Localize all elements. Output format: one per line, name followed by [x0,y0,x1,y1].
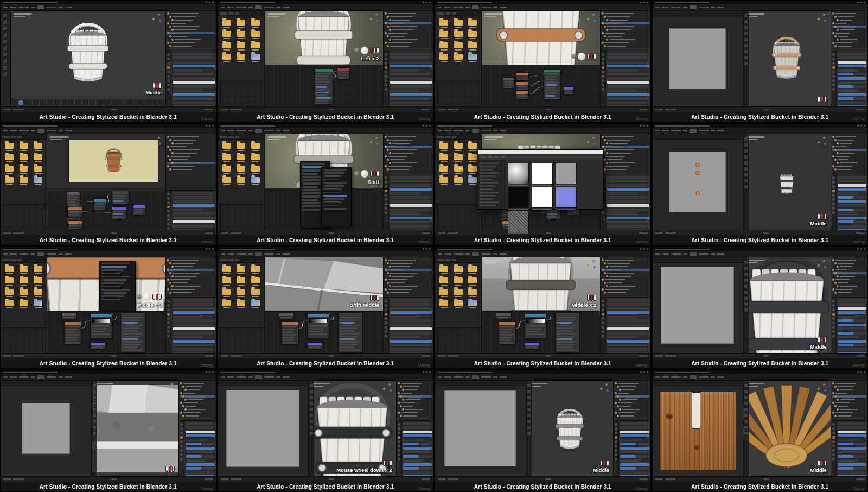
shader-node[interactable] [281,321,299,344]
outliner-panel[interactable] [831,257,867,298]
3d-viewport[interactable]: Middle [743,134,831,230]
outliner-panel[interactable] [601,257,650,298]
folder-icon[interactable] [438,31,450,39]
file-browser-panel[interactable] [1,257,47,353]
selected-uv-vertex[interactable] [695,171,700,175]
shader-node[interactable] [64,321,82,344]
folder-icon[interactable] [221,266,233,274]
properties-panel[interactable] [179,421,215,476]
folder-icon[interactable] [235,277,247,286]
folder-icon[interactable] [221,300,233,308]
folder-icon[interactable] [17,177,29,185]
shader-node[interactable] [496,312,511,320]
properties-panel[interactable] [831,421,867,476]
file-browser-panel[interactable] [435,134,482,230]
folder-icon[interactable] [235,31,247,39]
3d-viewport[interactable]: Middle [743,257,831,353]
folder-icon[interactable] [467,266,478,274]
folder-icon[interactable] [452,177,464,185]
folder-icon[interactable] [249,42,261,51]
outliner-panel[interactable] [601,11,650,51]
shader-node[interactable] [90,314,112,339]
rendered-viewport[interactable]: Shift Middle [265,257,383,311]
folder-icon[interactable] [17,154,29,162]
folder-icon[interactable] [221,177,233,185]
folder-icon[interactable] [235,300,247,308]
shader-node[interactable] [516,72,529,81]
texture-thumbnail[interactable] [508,163,529,184]
properties-panel[interactable] [166,298,215,353]
file-browser-panel[interactable] [218,134,265,230]
folder-icon[interactable] [467,289,478,297]
folder-icon[interactable] [235,166,247,174]
context-menu[interactable] [321,167,352,226]
rendered-viewport[interactable]: Middle x 3 [47,257,165,311]
shader-node[interactable] [61,312,76,320]
folder-icon[interactable] [32,277,44,286]
folder-icon[interactable] [32,143,44,151]
folder-icon[interactable] [3,277,15,286]
folder-icon[interactable] [235,289,247,297]
folder-icon[interactable] [438,300,450,308]
properties-panel[interactable] [601,174,650,230]
folder-icon[interactable] [3,177,15,185]
file-browser-panel[interactable] [435,11,482,106]
folder-icon[interactable] [32,266,44,274]
properties-panel[interactable] [614,421,650,476]
properties-panel[interactable] [384,298,433,353]
folder-icon[interactable] [17,277,29,286]
shader-node-editor[interactable] [482,311,600,353]
shader-node[interactable] [337,67,350,79]
outliner-panel[interactable] [831,11,867,51]
folder-icon[interactable] [452,143,464,151]
shader-node[interactable] [555,312,580,353]
outliner-panel[interactable] [397,381,433,421]
outliner-panel[interactable] [384,257,433,298]
outliner-panel[interactable] [831,134,867,174]
folder-icon[interactable] [32,166,44,174]
folder-icon[interactable] [235,266,247,274]
folder-icon[interactable] [438,289,450,297]
folder-icon[interactable] [17,300,29,308]
properties-panel[interactable] [166,51,215,106]
context-menu[interactable] [99,261,136,311]
selected-uv-vertex[interactable] [695,191,700,195]
selected-uv-vertex[interactable] [695,163,700,167]
shader-node[interactable] [525,314,547,339]
outliner-panel[interactable] [384,134,433,174]
image-thumbnail-icon[interactable] [249,54,261,62]
shader-node-editor[interactable] [47,188,165,230]
folder-icon[interactable] [17,289,29,297]
image-thumbnail-icon[interactable] [32,177,44,185]
shader-node[interactable] [499,321,516,344]
shader-node[interactable] [111,191,129,204]
image-editor[interactable] [653,381,744,476]
shader-node[interactable] [279,312,294,320]
3d-viewport[interactable]: Mouse wheel down x 2 [309,381,396,476]
shader-node[interactable] [307,342,322,350]
properties-panel[interactable] [384,174,433,230]
folder-icon[interactable] [249,266,261,274]
shader-node-editor[interactable] [482,65,600,106]
folder-icon[interactable] [452,154,464,162]
folder-icon[interactable] [221,31,233,39]
shader-node[interactable] [525,342,540,350]
outliner-panel[interactable] [166,257,215,298]
folder-icon[interactable] [452,166,464,174]
folder-icon[interactable] [438,20,450,28]
folder-icon[interactable] [221,166,233,174]
properties-panel[interactable] [831,51,867,106]
image-editor[interactable] [435,381,526,476]
image-editor[interactable] [653,257,744,353]
image-thumbnail-icon[interactable] [467,300,478,308]
folder-icon[interactable] [467,166,478,174]
shader-node[interactable] [67,220,82,229]
folder-icon[interactable] [452,20,464,28]
texture-thumbnail[interactable] [556,163,577,184]
viewport-tool-shelf[interactable] [1,11,11,106]
folder-icon[interactable] [438,154,450,162]
3d-viewport[interactable]: Middle [526,381,614,476]
folder-icon[interactable] [235,54,247,62]
folder-icon[interactable] [17,266,29,274]
outliner-panel[interactable] [179,381,215,421]
